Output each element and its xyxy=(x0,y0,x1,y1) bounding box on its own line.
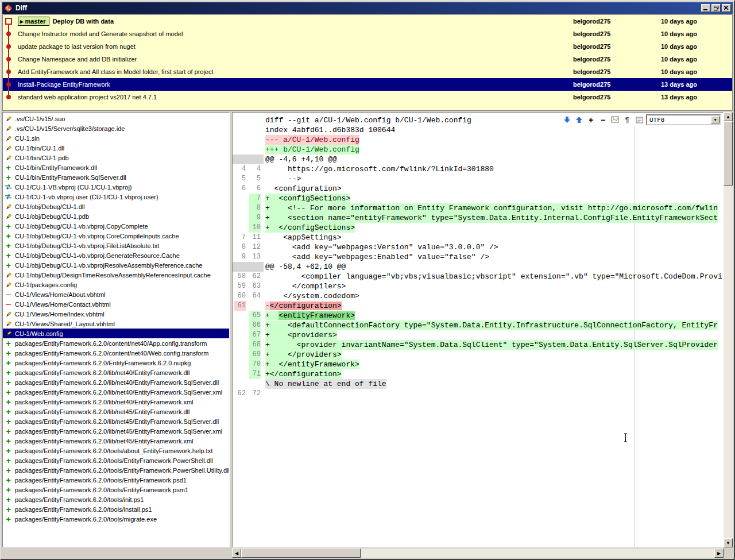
file-row[interactable]: +packages/EntityFramework.6.2.0/tools/ab… xyxy=(3,446,229,455)
file-path: CU-1.sln xyxy=(15,135,40,142)
file-row[interactable]: CU-1/packages.config xyxy=(3,280,229,289)
file-row[interactable]: +packages/EntityFramework.6.2.0/lib/net4… xyxy=(3,436,229,446)
commit-row[interactable]: Change Namespace and add DB initializerb… xyxy=(3,53,732,65)
horizontal-scroll-track[interactable] xyxy=(361,549,714,558)
file-row[interactable]: +CU-1/obj/Debug/CU-1-vb.vbproj.CopyCompl… xyxy=(3,221,229,231)
file-row[interactable]: +packages/EntityFramework.6.2.0/content/… xyxy=(3,338,229,348)
commit-row[interactable]: ▸ masterDeploy DB with databelgorod27510… xyxy=(3,15,732,28)
file-row[interactable]: +packages/EntityFramework.6.2.0/EntityFr… xyxy=(3,358,229,368)
commit-row[interactable]: standard web application project vs2017 … xyxy=(3,91,732,103)
commit-subject: Change Instructor model and Generate sna… xyxy=(18,30,573,37)
scroll-right-button[interactable]: ▶ xyxy=(714,549,724,558)
diff-text: </system.codedom> xyxy=(265,291,359,301)
file-row[interactable]: +CU-1/obj/Debug/CU-1-vb.vbproj.CoreCompi… xyxy=(3,231,229,241)
file-row[interactable]: +packages/EntityFramework.6.2.0/lib/net4… xyxy=(3,407,229,416)
file-status-modified-icon xyxy=(5,145,12,152)
file-row[interactable]: +packages/EntityFramework.6.2.0/tools/En… xyxy=(3,485,229,495)
restore-button[interactable] xyxy=(711,4,721,12)
file-row[interactable]: +packages/EntityFramework.6.2.0/lib/net4… xyxy=(3,426,229,436)
file-row[interactable]: +packages/EntityFramework.6.2.0/tools/in… xyxy=(3,504,229,514)
file-row[interactable]: CU-1/Web.config xyxy=(3,329,229,338)
line-number-old: 59 xyxy=(234,281,246,291)
commit-date: 10 days ago xyxy=(661,18,732,25)
file-status-added-icon: + xyxy=(5,516,12,522)
pilcrow-icon[interactable]: ¶ xyxy=(622,115,632,125)
vertical-scrollbar[interactable]: ▲ ▼ xyxy=(724,112,733,547)
file-row[interactable]: +packages/EntityFramework.6.2.0/lib/net4… xyxy=(3,387,229,397)
file-row[interactable]: CU-1.sln xyxy=(3,133,229,143)
commit-row[interactable]: update package to last version from nuge… xyxy=(3,40,732,53)
file-row[interactable]: .vs/CU-1/v15/Server/sqlite3/storage.ide xyxy=(3,123,229,133)
file-row[interactable]: +packages/EntityFramework.6.2.0/tools/En… xyxy=(3,465,229,475)
file-path: CU-1/Views/Home/About.vbhtml xyxy=(15,291,106,298)
diff-text: <compiler language="vb;vbs;visualbasic;v… xyxy=(265,272,722,281)
file-row[interactable]: +packages/EntityFramework.6.2.0/content/… xyxy=(3,348,229,358)
line-number-new: 64 xyxy=(249,291,261,301)
nav-down-button[interactable] xyxy=(562,115,572,125)
diff-word-highlight: </configuration> xyxy=(270,302,342,310)
diff-line: 6064 </system.codedom> xyxy=(233,291,723,301)
export-patch-icon[interactable] xyxy=(610,115,620,125)
bottom-bar: ◀ ▶ xyxy=(2,549,733,558)
file-row[interactable]: CU-1/Views/Home/Index.vbhtml xyxy=(3,309,229,319)
line-number-new: 70 xyxy=(249,360,261,369)
file-row[interactable]: +packages/EntityFramework.6.2.0/lib/net4… xyxy=(3,368,229,377)
commit-row[interactable]: Add EntityFramework and All class in Mod… xyxy=(3,65,732,78)
scroll-up-button[interactable]: ▲ xyxy=(724,112,733,121)
scroll-left-button[interactable]: ◀ xyxy=(232,549,241,558)
zoom-out-button[interactable]: − xyxy=(598,115,608,125)
file-row[interactable]: .vs/CU-1/v15/.suo xyxy=(3,114,229,123)
file-row[interactable]: +packages/EntityFramework.6.2.0/tools/En… xyxy=(3,455,229,465)
scroll-down-button[interactable]: ▼ xyxy=(724,538,733,547)
line-number-gutter xyxy=(233,379,264,389)
commit-row[interactable]: Change Instructor model and Generate sna… xyxy=(3,28,732,40)
file-row[interactable]: +packages/EntityFramework.6.2.0/tools/in… xyxy=(3,495,229,504)
file-status-modified-icon xyxy=(5,213,12,220)
minimize-button[interactable] xyxy=(701,4,710,12)
combo-arrow-icon[interactable]: ▼ xyxy=(711,116,719,123)
file-row[interactable]: CU-1/obj/Debug/CU-1.pdb xyxy=(3,211,229,221)
file-row[interactable]: +CU-1/bin/EntityFramework.SqlServer.dll xyxy=(3,172,229,182)
wrap-frame-icon[interactable] xyxy=(634,115,644,125)
file-status-added-icon: + xyxy=(5,477,12,483)
file-row[interactable]: CU-1/Views/Shared/_Layout.vbhtml xyxy=(3,319,229,329)
vertical-scroll-track[interactable] xyxy=(724,186,733,538)
file-path: packages/EntityFramework.6.2.0/lib/net45… xyxy=(15,428,222,435)
file-row[interactable]: CU-1/obj/Debug/DesignTimeResolveAssembly… xyxy=(3,270,229,280)
file-row[interactable]: +CU-1/obj/Debug/CU-1-vb.vbproj.FileListA… xyxy=(3,241,229,250)
file-row[interactable]: +packages/EntityFramework.6.2.0/tools/mi… xyxy=(3,514,229,524)
file-row[interactable]: CU-1/CU-1-vb.vbproj.user (CU-1/CU-1.vbpr… xyxy=(3,192,229,202)
file-row[interactable]: CU-1/CU-1-VB.vbproj (CU-1/CU-1.vbproj) xyxy=(3,182,229,192)
file-row[interactable]: ─CU-1/Views/Home/About.vbhtml xyxy=(3,289,229,299)
file-row[interactable]: +packages/EntityFramework.6.2.0/tools/En… xyxy=(3,475,229,485)
horizontal-scrollbar[interactable]: ◀ ▶ xyxy=(232,549,724,558)
file-path: packages/EntityFramework.6.2.0/lib/net40… xyxy=(15,399,194,405)
file-row[interactable]: CU-1/bin/CU-1.pdb xyxy=(3,153,229,163)
zoom-in-button[interactable]: + xyxy=(586,115,596,125)
diff-toolbar: + − ¶ UTF8 ▼ xyxy=(561,114,721,126)
file-path: CU-1/Web.config xyxy=(15,330,63,337)
line-number-gutter: 67 xyxy=(233,330,264,340)
diff-text: <configuration> xyxy=(265,184,342,194)
file-row[interactable]: CU-1/bin/CU-1.dll xyxy=(3,143,229,153)
nav-up-button[interactable] xyxy=(574,115,584,125)
file-row[interactable]: +packages/EntityFramework.6.2.0/lib/net4… xyxy=(3,377,229,387)
file-path: CU-1/bin/CU-1.dll xyxy=(15,145,64,152)
file-path: packages/EntityFramework.6.2.0/tools/abo… xyxy=(15,447,212,454)
encoding-combobox[interactable]: UTF8 ▼ xyxy=(646,114,721,125)
file-row[interactable]: CU-1/obj/Debug/CU-1.dll xyxy=(3,202,229,211)
file-row[interactable]: ─CU-1/Views/Home/Contact.vbhtml xyxy=(3,299,229,309)
vertical-scroll-thumb[interactable] xyxy=(724,121,733,186)
file-path: CU-1/obj/Debug/CU-1-vb.vbproj.FileListAb… xyxy=(15,242,159,249)
line-number-new: 4 xyxy=(249,164,261,174)
file-row[interactable]: +CU-1/bin/EntityFramework.dll xyxy=(3,163,229,172)
file-row[interactable]: +packages/EntityFramework.6.2.0/lib/net4… xyxy=(3,397,229,407)
commit-row[interactable]: Install-Package EntityFrameworkbelgorod2… xyxy=(3,78,732,91)
close-button[interactable] xyxy=(722,4,731,12)
file-row[interactable]: +CU-1/obj/Debug/CU-1-vb.vbprojResolveAss… xyxy=(3,260,229,270)
horizontal-scroll-thumb[interactable] xyxy=(241,549,361,558)
file-row[interactable]: +CU-1/obj/Debug/CU-1-vb.vbproj.GenerateR… xyxy=(3,250,229,260)
diff-line: 10+ </configSections> xyxy=(233,223,723,233)
file-status-added-icon: + xyxy=(5,233,12,239)
file-row[interactable]: +packages/EntityFramework.6.2.0/lib/net4… xyxy=(3,416,229,426)
